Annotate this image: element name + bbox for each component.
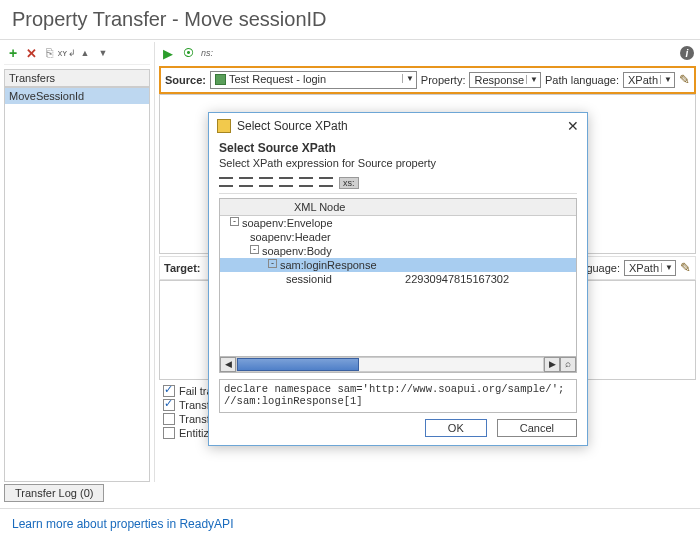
scroll-left-icon[interactable]: ◀ (220, 357, 236, 372)
dialog-heading: Select Source XPath (219, 141, 577, 155)
source-lang-dropdown[interactable]: XPath (623, 72, 675, 88)
source-step-dropdown[interactable]: Test Request - login (210, 71, 417, 89)
collapse-icon[interactable]: - (268, 259, 277, 268)
tree-node[interactable]: -soapenv:Body (220, 244, 576, 258)
scrollbar[interactable]: ◀ ▶ ⌕ (220, 356, 576, 372)
clone-icon[interactable]: ⎘ (42, 46, 56, 60)
source-label: Source: (165, 74, 206, 86)
dialog-icon (217, 119, 231, 133)
transfers-header: Transfers (4, 69, 150, 87)
target-label: Target: (164, 262, 200, 274)
sidebar-toolbar: + ✕ ⎘ xʏ↲ ▲ ▼ (4, 44, 150, 65)
page-title: Property Transfer - Move sessionID (0, 0, 700, 35)
path-lang-label: Path language: (545, 74, 619, 86)
divider (0, 508, 700, 509)
node-label: sam:loginResponse (280, 259, 377, 271)
add-icon[interactable]: + (6, 46, 20, 60)
property-label: Property: (421, 74, 466, 86)
collapse-icon[interactable]: - (230, 217, 239, 226)
toolbar-icon[interactable] (259, 177, 273, 187)
ok-button[interactable]: OK (425, 419, 487, 437)
dialog-toolbar: xs: (219, 175, 577, 194)
toolbar-icon[interactable] (239, 177, 253, 187)
main-toolbar: ▶ ⦿ ns: i (159, 44, 696, 64)
scroll-thumb[interactable] (237, 358, 359, 371)
source-lang-value: XPath (628, 74, 658, 86)
collapse-icon[interactable]: - (250, 245, 259, 254)
divider (0, 39, 700, 40)
xml-tree: XML Node -soapenv:Envelope soapenv:Heade… (219, 198, 577, 373)
transfer-log-button[interactable]: Transfer Log (0) (4, 484, 104, 502)
source-property-value: Response (474, 74, 524, 86)
node-label: soapenv:Body (262, 245, 332, 257)
source-step-value: Test Request - login (229, 73, 326, 85)
entitize-checkbox[interactable] (163, 427, 175, 439)
move-down-icon[interactable]: ▼ (96, 46, 110, 60)
zoom-icon[interactable]: ⌕ (560, 357, 576, 372)
tree-node[interactable]: sessionid22930947815167302 (220, 272, 576, 286)
transfer-item[interactable]: MoveSessionId (5, 88, 149, 104)
dialog-title: Select Source XPath (237, 119, 567, 133)
target-wand-icon[interactable]: ✎ (680, 260, 691, 275)
node-label: soapenv:Header (250, 231, 331, 243)
target-lang-value: XPath (629, 262, 659, 274)
info-icon[interactable]: i (680, 46, 694, 60)
scroll-right-icon[interactable]: ▶ (544, 357, 560, 372)
toolbar-icon[interactable] (279, 177, 293, 187)
target-lang-dropdown[interactable]: XPath (624, 260, 676, 276)
node-label: sessionid (286, 273, 332, 285)
transfer-checkbox-2[interactable] (163, 413, 175, 425)
move-up-icon[interactable]: ▲ (78, 46, 92, 60)
select-xpath-dialog: Select Source XPath ✕ Select Source XPat… (208, 112, 588, 446)
source-row: Source: Test Request - login Property: R… (159, 66, 696, 94)
dialog-subtitle: Select XPath expression for Source prope… (219, 157, 577, 169)
toolbar-icon[interactable] (319, 177, 333, 187)
toolbar-icon[interactable] (219, 177, 233, 187)
rename-icon[interactable]: xʏ↲ (60, 46, 74, 60)
node-label: soapenv:Envelope (242, 217, 333, 229)
transfer-checkbox-1[interactable] (163, 399, 175, 411)
learn-more-link[interactable]: Learn more about properties in ReadyAPI (0, 511, 700, 534)
tree-node[interactable]: -soapenv:Envelope (220, 216, 576, 230)
wand-icon[interactable]: ✎ (679, 72, 690, 87)
tree-column-header: XML Node (224, 201, 415, 213)
remove-icon[interactable]: ✕ (24, 46, 38, 60)
cancel-button[interactable]: Cancel (497, 419, 577, 437)
run-icon[interactable]: ▶ (161, 46, 175, 60)
dialog-titlebar: Select Source XPath ✕ (209, 113, 587, 137)
xs-toggle[interactable]: xs: (339, 177, 359, 189)
step-icon (215, 74, 226, 85)
transfers-list: MoveSessionId (4, 87, 150, 482)
run-all-icon[interactable]: ⦿ (181, 46, 195, 60)
tree-node-selected[interactable]: -sam:loginResponse (220, 258, 576, 272)
node-value: 22930947815167302 (405, 273, 509, 285)
scroll-track[interactable] (236, 357, 544, 372)
toolbar-icon[interactable] (299, 177, 313, 187)
source-property-dropdown[interactable]: Response (469, 72, 541, 88)
fail-checkbox[interactable] (163, 385, 175, 397)
close-icon[interactable]: ✕ (567, 118, 579, 134)
tree-node[interactable]: soapenv:Header (220, 230, 576, 244)
ns-label[interactable]: ns: (201, 48, 213, 58)
xpath-code[interactable]: declare namespace sam='http://www.soapui… (219, 379, 577, 413)
